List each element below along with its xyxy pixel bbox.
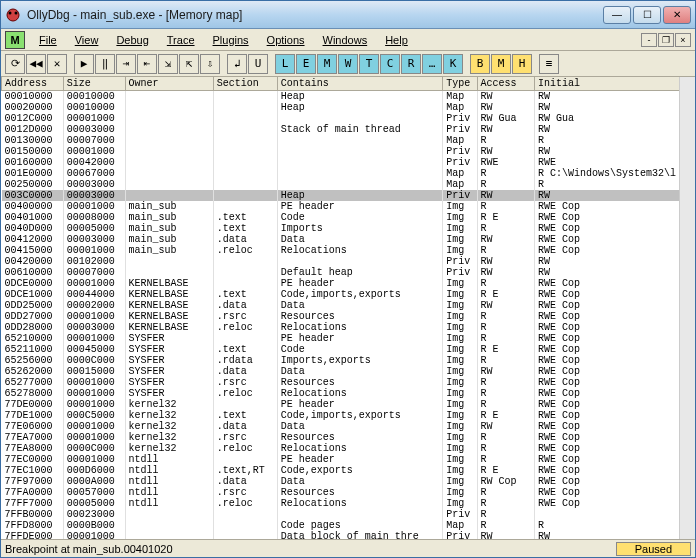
maximize-button[interactable]: ☐	[633, 6, 661, 24]
column-header-contains[interactable]: Contains	[277, 77, 443, 91]
mdi-icon[interactable]: M	[5, 31, 25, 49]
table-row[interactable]: 0002000000010000HeapMapRWRW	[2, 102, 695, 113]
table-row[interactable]: 0DD2700000001000KERNELBASE.rsrcResources…	[2, 311, 695, 322]
status-text: Breakpoint at main_sub.00401020	[5, 543, 616, 555]
menu-trace[interactable]: Trace	[159, 32, 203, 48]
table-row[interactable]: 0012D00000003000Stack of main threadPriv…	[2, 124, 695, 135]
menu-view[interactable]: View	[67, 32, 107, 48]
table-row[interactable]: 0DCE100000044000KERNELBASE.textCode,impo…	[2, 289, 695, 300]
toolbar-view-button[interactable]: R	[401, 54, 421, 74]
table-row[interactable]: 0001000000010000HeapMapRWRW	[2, 91, 695, 103]
column-header-type[interactable]: Type	[443, 77, 477, 91]
menu-file[interactable]: File	[31, 32, 65, 48]
table-row[interactable]: 77F970000000A000ntdll.dataDataImgRW CopR…	[2, 476, 695, 487]
table-row[interactable]: 0040100000008000main_sub.textCodeImgR ER…	[2, 212, 695, 223]
toolbar-info-button[interactable]: M	[491, 54, 511, 74]
table-row[interactable]: 0041500000001000main_sub.relocRelocation…	[2, 245, 695, 256]
toolbar-info-button[interactable]: B	[470, 54, 490, 74]
toolbar-view-button[interactable]: M	[317, 54, 337, 74]
toolbar-view-button[interactable]: K	[443, 54, 463, 74]
toolbar-nav-button[interactable]: ◀◀	[26, 54, 46, 74]
table-row[interactable]: 6521000000001000SYSFERPE headerImgRRWE C…	[2, 333, 695, 344]
menu-debug[interactable]: Debug	[108, 32, 156, 48]
menu-windows[interactable]: Windows	[315, 32, 376, 48]
table-row[interactable]: 0015000000001000PrivRWRW	[2, 146, 695, 157]
table-row[interactable]: 77FF700000005000ntdll.relocRelocationsIm…	[2, 498, 695, 509]
toolbar: ⟳◀◀✕▶‖⇥⇤⇲⇱⇩↲ULEMWTCR…KBMH≡	[1, 51, 695, 77]
table-row[interactable]: 77EA80000000C000kernel32.relocRelocation…	[2, 443, 695, 454]
table-row[interactable]: 7FFB000000023000PrivR	[2, 509, 695, 520]
table-row[interactable]: 0016000000042000PrivRWERWE	[2, 157, 695, 168]
table-row[interactable]: 0013000000007000MapRR	[2, 135, 695, 146]
toolbar-view-button[interactable]: W	[338, 54, 358, 74]
mdi-minimize-button[interactable]: -	[641, 33, 657, 47]
toolbar-run-button[interactable]: ⇱	[179, 54, 199, 74]
table-row[interactable]: 0061000000007000Default heapPrivRWRW	[2, 267, 695, 278]
toolbar-trace-button[interactable]: ↲	[227, 54, 247, 74]
column-header-owner[interactable]: Owner	[125, 77, 213, 91]
toolbar-run-button[interactable]: ⇥	[116, 54, 136, 74]
toolbar-run-button[interactable]: ‖	[95, 54, 115, 74]
table-row[interactable]: 77FA000000057000ntdll.rsrcResourcesImgRR…	[2, 487, 695, 498]
menu-plugins[interactable]: Plugins	[205, 32, 257, 48]
toolbar-view-button[interactable]: T	[359, 54, 379, 74]
table-row[interactable]: 001E000000067000MapRR C:\Windows\System3…	[2, 168, 695, 179]
table-row[interactable]: 0DD2800000003000KERNELBASE.relocRelocati…	[2, 322, 695, 333]
svg-point-1	[9, 11, 12, 14]
toolbar-run-button[interactable]: ⇤	[137, 54, 157, 74]
table-row[interactable]: 0025000000003000MapRR	[2, 179, 695, 190]
table-row[interactable]: 7FFD80000000B000Code pagesMapRR	[2, 520, 695, 531]
menu-options[interactable]: Options	[259, 32, 313, 48]
column-header-size[interactable]: Size	[63, 77, 125, 91]
window-buttons: — ☐ ✕	[603, 6, 691, 24]
table-row[interactable]: 6527700000001000SYSFER.rsrcResourcesImgR…	[2, 377, 695, 388]
mdi-close-button[interactable]: ×	[675, 33, 691, 47]
table-row[interactable]: 77DE1000000C5000kernel32.textCode,import…	[2, 410, 695, 421]
vertical-scrollbar[interactable]	[679, 77, 695, 539]
table-row[interactable]: 0041200000003000main_sub.dataDataImgRWRW…	[2, 234, 695, 245]
table-row[interactable]: 77E0600000001000kernel32.dataDataImgRWRW…	[2, 421, 695, 432]
table-row[interactable]: 0DCE000000001000KERNELBASEPE headerImgRR…	[2, 278, 695, 289]
toolbar-view-button[interactable]: …	[422, 54, 442, 74]
column-header-address[interactable]: Address	[2, 77, 64, 91]
toolbar-run-button[interactable]: ▶	[74, 54, 94, 74]
toolbar-info-button[interactable]: H	[512, 54, 532, 74]
mdi-restore-button[interactable]: ❐	[658, 33, 674, 47]
statusbar: Breakpoint at main_sub.00401020 Paused	[1, 539, 695, 557]
table-row[interactable]: 7FFDE00000001000Data block of main threP…	[2, 531, 695, 539]
table-row[interactable]: 0040000000001000main_subPE headerImgRRWE…	[2, 201, 695, 212]
minimize-button[interactable]: —	[603, 6, 631, 24]
table-row[interactable]: 652560000000C000SYSFER.rdataImports,expo…	[2, 355, 695, 366]
table-row[interactable]: 0040D00000005000main_sub.textImportsImgR…	[2, 223, 695, 234]
toolbar-nav-button[interactable]: ⟳	[5, 54, 25, 74]
table-row[interactable]: 003C000000003000HeapPrivRWRW	[2, 190, 695, 201]
table-row[interactable]: 0012C00000001000PrivRW GuaRW Gua	[2, 113, 695, 124]
toolbar-view-button[interactable]: L	[275, 54, 295, 74]
menu-help[interactable]: Help	[377, 32, 416, 48]
titlebar[interactable]: OllyDbg - main_sub.exe - [Memory map] — …	[1, 1, 695, 29]
app-icon	[5, 7, 21, 23]
table-row[interactable]: 0042000000102000PrivRWRW	[2, 256, 695, 267]
table-row[interactable]: 0DD2500000002000KERNELBASE.dataDataImgRW…	[2, 300, 695, 311]
toolbar-view-button[interactable]: E	[296, 54, 316, 74]
toolbar-opts-button[interactable]: ≡	[539, 54, 559, 74]
toolbar-run-button[interactable]: ⇲	[158, 54, 178, 74]
column-header-access[interactable]: Access	[477, 77, 534, 91]
table-row[interactable]: 77EC1000000D6000ntdll.text,RTCode,export…	[2, 465, 695, 476]
memory-map-table-wrap[interactable]: AddressSizeOwnerSectionContainsTypeAcces…	[1, 77, 695, 539]
table-row[interactable]: 6526200000015000SYSFER.dataDataImgRWRWE …	[2, 366, 695, 377]
close-button[interactable]: ✕	[663, 6, 691, 24]
table-row[interactable]: 6521100000045000SYSFER.textCodeImgR ERWE…	[2, 344, 695, 355]
table-row[interactable]: 77EA700000001000kernel32.rsrcResourcesIm…	[2, 432, 695, 443]
table-row[interactable]: 6527800000001000SYSFER.relocRelocationsI…	[2, 388, 695, 399]
column-header-section[interactable]: Section	[213, 77, 277, 91]
toolbar-view-button[interactable]: C	[380, 54, 400, 74]
table-row[interactable]: 77EC000000001000ntdllPE headerImgRRWE Co…	[2, 454, 695, 465]
table-row[interactable]: 77DE000000001000kernel32PE headerImgRRWE…	[2, 399, 695, 410]
column-header-initial[interactable]: Initial	[534, 77, 694, 91]
toolbar-nav-button[interactable]: ✕	[47, 54, 67, 74]
memory-map-table: AddressSizeOwnerSectionContainsTypeAcces…	[1, 77, 695, 539]
toolbar-run-button[interactable]: ⇩	[200, 54, 220, 74]
toolbar-trace-button[interactable]: U	[248, 54, 268, 74]
svg-point-2	[15, 11, 18, 14]
